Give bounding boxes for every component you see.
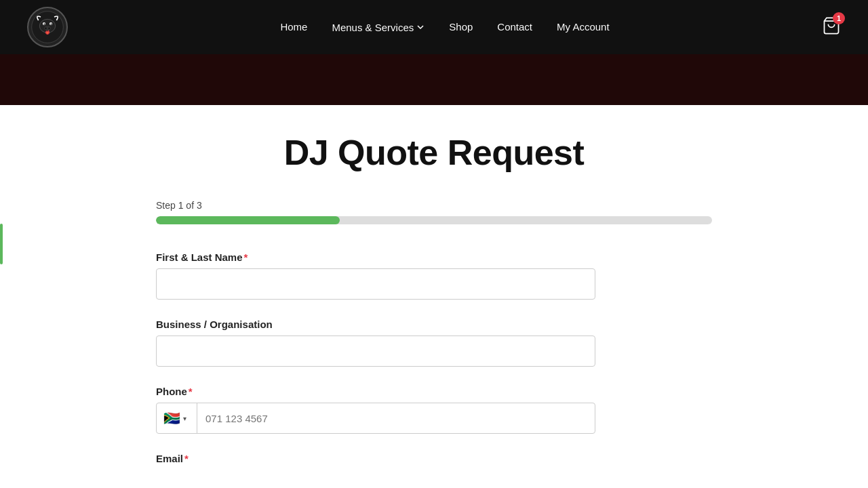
nav-item-home[interactable]: Home — [280, 21, 307, 33]
step-label: Step 1 of 3 — [156, 200, 712, 211]
progress-bar — [156, 216, 712, 224]
main-nav: Home Menus & Services Shop Contact My Ac… — [0, 0, 868, 54]
name-label: First & Last Name* — [156, 251, 712, 263]
svg-point-8 — [48, 27, 50, 29]
nav-links: Home Menus & Services Shop Contact My Ac… — [280, 21, 609, 33]
email-field-group: Email* — [156, 453, 712, 464]
business-input[interactable] — [156, 336, 595, 367]
email-label: Email* — [156, 453, 712, 464]
email-required-star: * — [184, 453, 189, 464]
svg-point-1 — [39, 19, 55, 33]
phone-required-star: * — [189, 386, 193, 397]
svg-point-4 — [43, 23, 45, 24]
name-required-star: * — [244, 251, 248, 263]
business-label: Business / Organisation — [156, 319, 712, 330]
step-indicator: Step 1 of 3 — [156, 200, 712, 224]
hero-banner — [0, 54, 868, 105]
nav-item-contact[interactable]: Contact — [497, 21, 532, 33]
svg-point-5 — [50, 23, 52, 24]
chevron-down-icon — [416, 23, 425, 31]
flag-emoji: 🇿🇦 — [163, 411, 180, 425]
nav-item-shop[interactable]: Shop — [449, 21, 473, 33]
name-field-group: First & Last Name* — [156, 251, 712, 300]
phone-input-wrapper: 🇿🇦 ▾ — [156, 403, 595, 434]
cart-count: 1 — [833, 12, 845, 24]
svg-point-7 — [45, 27, 47, 29]
nav-item-account[interactable]: My Account — [557, 21, 610, 33]
cart-button[interactable]: 1 — [822, 16, 841, 38]
quote-form: First & Last Name* Business / Organisati… — [156, 251, 712, 464]
main-content: DJ Quote Request Step 1 of 3 First & Las… — [142, 105, 726, 488]
flag-dropdown-arrow: ▾ — [183, 415, 186, 422]
page-title: DJ Quote Request — [156, 132, 712, 173]
logo[interactable] — [27, 7, 68, 47]
phone-field-group: Phone* 🇿🇦 ▾ — [156, 386, 712, 434]
phone-label: Phone* — [156, 386, 712, 397]
phone-input[interactable] — [197, 413, 595, 424]
phone-flag-selector[interactable]: 🇿🇦 ▾ — [157, 403, 197, 433]
business-field-group: Business / Organisation — [156, 319, 712, 367]
nav-item-menus-services[interactable]: Menus & Services — [332, 22, 425, 33]
progress-bar-fill — [156, 216, 340, 224]
name-input[interactable] — [156, 268, 595, 300]
scroll-hint — [0, 224, 3, 264]
